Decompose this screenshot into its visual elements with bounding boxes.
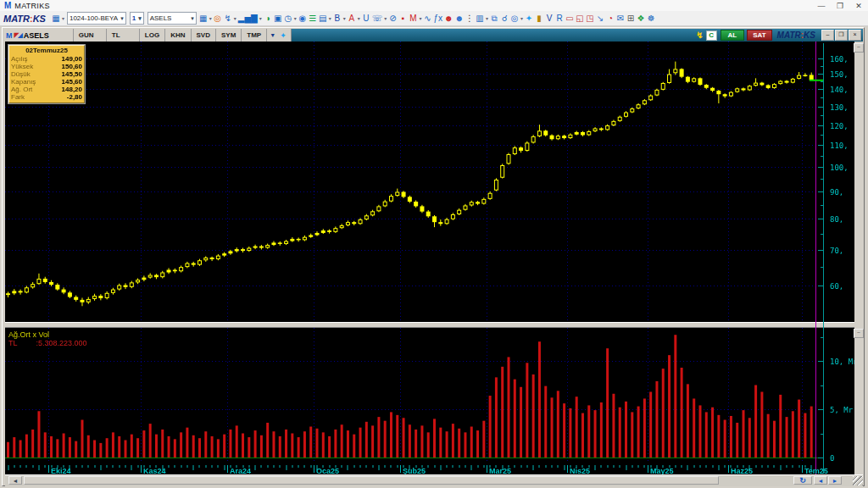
chart-button-sym[interactable]: SYM — [215, 29, 241, 42]
traffic-light-icon[interactable]: ⋮ — [465, 13, 474, 25]
chart-button-gun[interactable]: GUN — [73, 29, 106, 42]
ledger-icon[interactable]: ▤ — [319, 13, 327, 25]
pie-chart-icon[interactable]: ◑ — [264, 13, 272, 25]
clock-icon[interactable]: ◷ — [284, 13, 292, 25]
sell-button[interactable]: SAT — [747, 30, 771, 41]
symbol-search-icon[interactable]: ◎ — [510, 13, 519, 25]
info-row: Açılış149,00 — [11, 55, 82, 63]
info-row: Düşük145,50 — [11, 70, 82, 78]
workspace-save-icon[interactable]: ▦ — [52, 13, 60, 25]
phone-icon[interactable]: ☏ — [372, 13, 383, 25]
line-chart-icon[interactable]: ∿ — [423, 13, 431, 25]
stop-icon[interactable]: ▪ — [398, 13, 407, 25]
scroll-next-button[interactable]: ► — [828, 476, 842, 485]
documents-icon[interactable]: ⧉ — [490, 13, 498, 25]
maximize-button[interactable]: ❐ — [831, 1, 849, 11]
viop-r-icon[interactable]: R — [555, 13, 564, 25]
volume-value: :5.308.223.000 — [36, 339, 87, 347]
close-button[interactable]: ✕ — [849, 1, 868, 11]
alarm-icon[interactable]: ◔ — [606, 13, 615, 25]
c-badge[interactable]: C — [706, 30, 717, 41]
flash-order-icon[interactable]: ↯ — [696, 30, 703, 40]
workspace-save-icon-dropdown[interactable]: ▾ — [209, 15, 212, 21]
matriks-m-icon-dropdown[interactable]: ▾ — [419, 15, 421, 21]
scroll-prev-button[interactable]: ◄ — [814, 476, 827, 485]
users-icon[interactable]: ☻ — [444, 13, 453, 25]
chart-canvas[interactable] — [5, 42, 854, 474]
arrow-icon[interactable]: ↘ — [596, 13, 604, 25]
mail-icon[interactable]: ✉ — [616, 13, 625, 25]
person-search-icon[interactable]: ☌ — [500, 13, 509, 25]
bold-b-icon[interactable]: B — [333, 13, 342, 25]
scrollbar-left-arrow[interactable]: ◄ — [8, 476, 22, 485]
chart-options-dropdown[interactable]: ▼ — [267, 32, 278, 38]
chart-button-tl[interactable]: TL — [106, 29, 139, 42]
chart-type-icon-dropdown[interactable]: ▾ — [259, 15, 262, 21]
calculator-icon[interactable]: ⊞ — [626, 13, 635, 25]
chat-icon[interactable]: ❖ — [637, 13, 645, 25]
volume-pane-collapse-button[interactable]: – — [854, 329, 864, 338]
handshake-icon[interactable]: ◉ — [298, 13, 307, 25]
window-tile-icon[interactable]: ◱ — [576, 13, 584, 25]
resize-grip[interactable] — [853, 476, 863, 485]
symbol-select[interactable]: ASELS▾ — [147, 12, 197, 25]
chart-type-icon[interactable]: ▂▅▇ — [238, 13, 258, 25]
chart-minimize-button[interactable]: – — [821, 30, 834, 41]
chart-button-svd[interactable]: SVD — [191, 29, 215, 42]
chart-scrollbar[interactable]: ◄ ↻ ◄ ► — [5, 474, 863, 486]
volume-pane-header: Ağ.Ort x Vol TL:5.308.223.000 — [8, 330, 87, 347]
window-cascade-icon[interactable]: ◳ — [586, 13, 594, 25]
chart-close-button[interactable]: × — [849, 30, 861, 41]
annotation-a-icon-dropdown[interactable]: ▾ — [358, 15, 360, 21]
app-titlebar: M MATRIKS — ❐ ✕ — [0, 0, 868, 12]
calendar-icon[interactable]: ▥ — [476, 13, 484, 25]
function-fx-icon[interactable]: ƒx — [433, 13, 442, 25]
chart-window-icon: M — [6, 31, 13, 40]
ledger-icon-dropdown[interactable]: ▾ — [329, 15, 331, 21]
refresh-button[interactable]: ↻ — [793, 476, 812, 485]
twitter-icon[interactable]: ✦ — [525, 13, 533, 25]
workspace-select[interactable]: 1024-100-BEYA▾ — [67, 12, 126, 25]
chart-button-log[interactable]: LOG — [139, 29, 164, 42]
monitor-icon[interactable]: ▣ — [274, 13, 282, 25]
settings-gear-icon[interactable]: ☸ — [647, 13, 655, 25]
chart-symbol[interactable]: ASELS — [24, 31, 73, 40]
info-row: Kapanış145,60 — [11, 78, 82, 86]
twitter-share-icon[interactable]: ✦ — [278, 31, 288, 40]
chart-button-khn[interactable]: KHN — [164, 29, 190, 42]
zoom-icon[interactable]: ◎ — [214, 13, 222, 25]
volume-indicator-label: Ağ.Ort x Vol — [8, 330, 87, 339]
main-toolbar: MATR:KS ▦▾ 1024-100-BEYA▾ 1▾ ASELS▾ ▦▾◎↯… — [0, 11, 868, 26]
chart-titlebar-right: ↯ C AL SAT MATR:KS – ❐ × — [693, 29, 863, 42]
pointer-icon[interactable]: ↯ — [224, 13, 232, 25]
minimize-button[interactable]: — — [812, 1, 831, 11]
price-pane-collapse-button[interactable]: – — [854, 43, 864, 53]
chart-titlebar[interactable]: M ◤◢ ASELS GUNTLLOGKHNSVDSYMTMP ▼ ✦ ↯ C … — [3, 29, 863, 42]
chart-mode-buttons: GUNTLLOGKHNSVDSYMTMP — [73, 29, 267, 42]
calendar-icon-dropdown[interactable]: ▾ — [486, 15, 488, 21]
clock-icon-dropdown[interactable]: ▾ — [294, 15, 297, 21]
chart-body: 02Temmuz25 Açılış149,00Yüksek150,60Düşük… — [5, 42, 854, 474]
chart-button-tmp[interactable]: TMP — [241, 29, 267, 42]
workspace-save-icon[interactable]: ▦ — [199, 13, 208, 25]
scrollbar-thumb[interactable] — [24, 476, 719, 485]
market-depth-icon[interactable]: ☰ — [309, 13, 317, 25]
gold-icon[interactable]: ▮ — [535, 13, 543, 25]
workspace-save-dropdown[interactable]: ▾ — [62, 15, 64, 21]
symbol-search-icon-dropdown[interactable]: ▾ — [520, 15, 523, 21]
group-icon[interactable]: ☻ — [454, 13, 464, 25]
phone-icon-dropdown[interactable]: ▾ — [384, 15, 387, 21]
page-select[interactable]: 1▾ — [130, 12, 144, 25]
matriks-m-icon[interactable]: M — [409, 13, 417, 25]
chart-restore-button[interactable]: ❐ — [835, 30, 848, 41]
annotation-a-icon[interactable]: A — [348, 13, 356, 25]
volume-currency-label: TL — [8, 339, 18, 347]
no-entry-icon[interactable]: ⊘ — [388, 13, 397, 25]
buy-button[interactable]: AL — [721, 30, 745, 41]
pointer-icon-dropdown[interactable]: ▾ — [234, 15, 236, 21]
bold-b-icon-dropdown[interactable]: ▾ — [343, 15, 346, 21]
underline-u-icon[interactable]: U — [362, 13, 370, 25]
screen-icon[interactable]: ▭ — [565, 13, 574, 25]
matriks-app-icon: M — [4, 1, 11, 10]
viop-v-icon[interactable]: V — [545, 13, 554, 25]
